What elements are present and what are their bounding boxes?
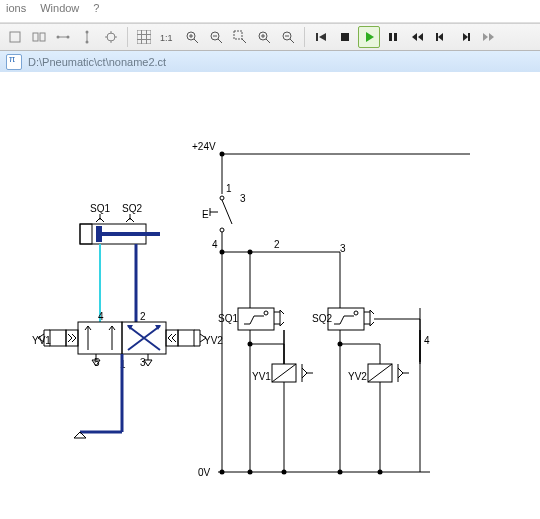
- svg-rect-18: [468, 33, 470, 41]
- menu-item-options[interactable]: ions: [6, 2, 26, 20]
- relay-sq1-label: SQ1: [218, 313, 238, 324]
- svg-point-44: [282, 470, 287, 475]
- toolbar-separator: [127, 27, 128, 47]
- ground-label: 0V: [198, 467, 211, 478]
- electric-diagram: +24V 1 3 E 4 2 SQ1: [192, 141, 470, 478]
- switch-node-2: 2: [274, 239, 280, 250]
- svg-rect-22: [102, 232, 160, 236]
- svg-point-31: [220, 228, 224, 232]
- valve-port-4: 4: [98, 311, 104, 322]
- svg-point-42: [220, 470, 225, 475]
- tool-distribute-v-icon[interactable]: [76, 26, 98, 48]
- zoom-in-icon[interactable]: [253, 26, 275, 48]
- step-fwd-icon[interactable]: [454, 26, 476, 48]
- document-bar: D:\Pneumatic\ct\noname2.ct: [0, 51, 540, 74]
- step-back-icon[interactable]: [430, 26, 452, 48]
- svg-point-37: [354, 311, 358, 315]
- zoom-fit-out-icon[interactable]: [205, 26, 227, 48]
- cyl-sensor-label-1: SQ1: [90, 203, 110, 214]
- cyl-sensor-label-2: SQ2: [122, 203, 142, 214]
- tool-multirect-icon[interactable]: [28, 26, 50, 48]
- svg-rect-21: [96, 226, 102, 242]
- svg-rect-20: [80, 224, 92, 244]
- grid-toggle-icon[interactable]: [133, 26, 155, 48]
- switch-node-1: 1: [226, 183, 232, 194]
- tool-target-icon[interactable]: [100, 26, 122, 48]
- switch-node-4: 4: [212, 239, 218, 250]
- svg-point-43: [248, 470, 253, 475]
- document-path[interactable]: D:\Pneumatic\ct\noname2.ct: [28, 56, 166, 68]
- svg-rect-16: [394, 33, 397, 41]
- menu-bar: ions Window ?: [0, 0, 540, 23]
- tool-distribute-h-icon[interactable]: [52, 26, 74, 48]
- menu-item-window[interactable]: Window: [40, 2, 79, 20]
- pause-icon[interactable]: [382, 26, 404, 48]
- rewind-icon[interactable]: [310, 26, 332, 48]
- switch-label-e: E: [202, 209, 209, 220]
- svg-point-35: [264, 311, 268, 315]
- svg-rect-34: [238, 308, 274, 330]
- zoom-out-icon[interactable]: [277, 26, 299, 48]
- svg-point-41: [338, 342, 343, 347]
- toolbar: 1:1: [0, 23, 540, 51]
- node-4-label: 4: [424, 335, 430, 346]
- svg-rect-0: [10, 32, 20, 42]
- svg-rect-25: [50, 330, 66, 346]
- svg-point-33: [248, 250, 253, 255]
- svg-point-39: [248, 342, 253, 347]
- stop-icon[interactable]: [334, 26, 356, 48]
- solenoid-right-label: YV2: [204, 335, 223, 346]
- svg-point-5: [86, 31, 89, 34]
- svg-text:1:1: 1:1: [160, 33, 173, 43]
- switch-node-3: 3: [240, 193, 246, 204]
- toolbar-separator: [304, 27, 305, 47]
- svg-rect-14: [341, 33, 349, 41]
- zoom-region-icon[interactable]: [229, 26, 251, 48]
- skip-back-icon[interactable]: [406, 26, 428, 48]
- svg-point-46: [378, 470, 383, 475]
- svg-rect-11: [234, 31, 242, 39]
- zoom-1to1-icon[interactable]: 1:1: [157, 26, 179, 48]
- coil-yv1-label: YV1: [252, 371, 271, 382]
- svg-point-3: [57, 36, 60, 39]
- svg-point-7: [107, 33, 115, 41]
- skip-fwd-icon[interactable]: [478, 26, 500, 48]
- supply-label: +24V: [192, 141, 216, 152]
- relay-sq2-label: SQ2: [312, 313, 332, 324]
- coil-yv2-label: YV2: [348, 371, 367, 382]
- menu-item-help[interactable]: ?: [93, 2, 99, 20]
- play-icon[interactable]: [358, 26, 380, 48]
- svg-rect-36: [328, 308, 364, 330]
- zoom-fit-in-icon[interactable]: [181, 26, 203, 48]
- svg-point-45: [338, 470, 343, 475]
- document-icon: [6, 54, 22, 70]
- solenoid-left-label: YV1: [32, 335, 51, 346]
- svg-rect-28: [178, 330, 194, 346]
- schematic-canvas[interactable]: SQ1 SQ2 YV1: [0, 72, 540, 519]
- svg-rect-17: [436, 33, 438, 41]
- svg-rect-2: [40, 33, 45, 41]
- pneumatic-diagram: SQ1 SQ2 YV1: [32, 203, 223, 438]
- svg-rect-1: [33, 33, 38, 41]
- tool-selection-icon[interactable]: [4, 26, 26, 48]
- svg-point-30: [220, 196, 224, 200]
- valve-port-2: 2: [140, 311, 146, 322]
- svg-point-6: [86, 41, 89, 44]
- valve-port-5: 5: [94, 357, 100, 368]
- svg-rect-23: [78, 322, 122, 354]
- svg-rect-15: [389, 33, 392, 41]
- svg-point-4: [67, 36, 70, 39]
